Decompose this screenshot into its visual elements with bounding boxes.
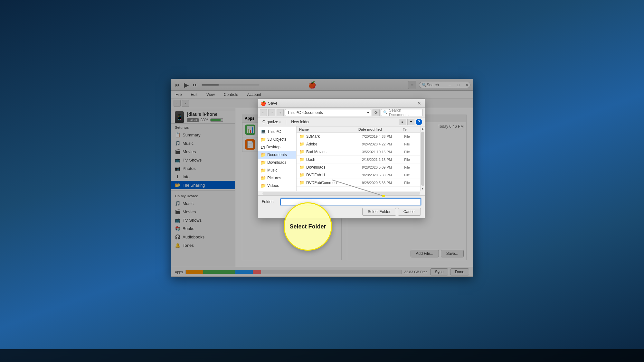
- dialog-back-button[interactable]: ←: [260, 109, 267, 116]
- scroll-up-arrow[interactable]: ▲: [421, 126, 425, 131]
- dash-name: Dash: [306, 157, 360, 162]
- 3dmark-type: File: [404, 135, 418, 138]
- adobe-name: Adobe: [306, 142, 360, 146]
- file-list-header: Name Date modified Ty: [297, 126, 420, 133]
- downloads-label: Downloads: [267, 160, 286, 165]
- file-item-dvdfab11[interactable]: 📁 DVDFab11 9/28/2020 5:33 PM File: [297, 171, 420, 179]
- dvdfabcommon-name: DVDFabCommon: [306, 181, 360, 185]
- dialog-title-bar: 🍎 Save ✕: [258, 99, 425, 108]
- view-buttons: ≡ ▾ ?: [399, 119, 422, 125]
- organize-dropdown-icon: ▾: [279, 120, 281, 124]
- folder-label: Folder:: [262, 200, 278, 204]
- dialog-refresh-button[interactable]: ⟳: [373, 109, 380, 116]
- cancel-button[interactable]: Cancel: [398, 208, 421, 216]
- file-item-adobe[interactable]: 📁 Adobe 9/24/2020 4:22 PM File: [297, 140, 420, 148]
- dvdfab11-icon: 📁: [299, 172, 304, 177]
- dialog-buttons: Select Folder Cancel: [262, 208, 421, 216]
- dialog-file-list: Name Date modified Ty 📁 3DMark 7/20/2019…: [297, 126, 420, 191]
- col-date-header: Date modified: [358, 127, 403, 131]
- breadcrumb-path: This PC › Documents ▾: [285, 109, 371, 116]
- breadcrumb-dropdown[interactable]: ▾: [367, 110, 369, 115]
- downloads-file-date: 9/28/2020 5:09 PM: [362, 165, 402, 169]
- dvdfab11-date: 9/28/2020 5:33 PM: [362, 173, 402, 177]
- dialog-forward-button[interactable]: →: [268, 109, 275, 116]
- file-item-downloads[interactable]: 📁 Downloads 9/28/2020 5:09 PM File: [297, 163, 420, 171]
- music-folder-label: Music: [267, 168, 277, 172]
- 3d-objects-label: 3D Objects: [267, 137, 286, 142]
- col-name-header: Name: [299, 127, 358, 131]
- scroll-down-arrow[interactable]: ▼: [421, 186, 425, 191]
- videos-label: Videos: [267, 183, 279, 188]
- organize-label: Organize: [262, 120, 278, 124]
- file-item-dvdfabcommon[interactable]: 📁 DVDFabCommon 9/28/2020 5:33 PM File: [297, 179, 420, 187]
- file-item-bad-movies[interactable]: 📁 Bad Movies 3/5/2021 10:15 PM File: [297, 148, 420, 156]
- dialog-overlay: 🍎 Save ✕ ← → ↑ This PC › Documents ▾ ⟳ 🔍: [171, 79, 473, 276]
- dvdfabcommon-date: 9/28/2020 5:33 PM: [362, 181, 402, 185]
- downloads-file-type: File: [404, 165, 418, 169]
- dialog-up-button[interactable]: ↑: [277, 109, 284, 116]
- desktop-label: Desktop: [266, 145, 280, 149]
- pictures-label: Pictures: [267, 176, 281, 180]
- organize-button[interactable]: Organize ▾: [260, 119, 283, 125]
- help-button[interactable]: ?: [416, 119, 422, 125]
- folder-input[interactable]: [280, 198, 421, 205]
- scroll-thumb[interactable]: [421, 132, 424, 186]
- dash-icon: 📁: [299, 157, 304, 162]
- bad-movies-date: 3/5/2021 10:15 PM: [362, 150, 402, 154]
- dialog-toolbar: Organize ▾ | New folder ≡ ▾ ?: [258, 117, 425, 126]
- view-options-button[interactable]: ▾: [407, 119, 414, 125]
- select-folder-button[interactable]: Select Folder: [362, 208, 396, 216]
- downloads-file-icon: 📁: [299, 165, 304, 170]
- dash-date: 2/18/2021 1:13 PM: [362, 158, 402, 162]
- dvdfabcommon-icon: 📁: [299, 180, 304, 185]
- breadcrumb-pc: This PC: [287, 110, 301, 115]
- 3dmark-date: 7/20/2019 4:38 PM: [362, 135, 402, 138]
- file-item-3dmark[interactable]: 📁 3DMark 7/20/2019 4:38 PM File: [297, 133, 420, 140]
- dialog-hscroll[interactable]: [258, 191, 425, 195]
- desktop-icon: 🗂: [260, 144, 265, 150]
- 3d-objects-icon: 📁: [260, 137, 266, 142]
- downloads-file-name: Downloads: [306, 165, 360, 170]
- dialog-sidebar-music[interactable]: 📁 Music: [258, 166, 296, 174]
- videos-icon: 📁: [260, 183, 266, 188]
- dialog-sidebar-videos[interactable]: 📁 Videos: [258, 182, 296, 190]
- dialog-sidebar-this-pc[interactable]: 💻 This PC: [258, 128, 296, 135]
- list-view-button[interactable]: ≡: [399, 119, 406, 125]
- music-folder-icon: 📁: [260, 168, 266, 173]
- bad-movies-icon: 📁: [299, 149, 304, 154]
- adobe-icon: 📁: [299, 142, 304, 146]
- new-folder-button[interactable]: New folder: [289, 119, 311, 125]
- dialog-search-placeholder: Search Documents: [389, 108, 421, 117]
- dvdfab11-type: File: [404, 173, 418, 177]
- dialog-close-button[interactable]: ✕: [416, 100, 422, 106]
- dialog-sidebar-downloads[interactable]: 📁 Downloads: [258, 159, 296, 166]
- dvdfabcommon-type: File: [404, 181, 418, 185]
- dialog-sidebar-desktop[interactable]: 🗂 Desktop: [258, 143, 296, 151]
- file-item-dash[interactable]: 📁 Dash 2/18/2021 1:13 PM File: [297, 156, 420, 163]
- breadcrumb-documents: Documents: [303, 110, 323, 115]
- dialog-title: Save: [268, 101, 278, 106]
- documents-label: Documents: [267, 153, 287, 157]
- breadcrumb-sep-1: ›: [302, 111, 303, 114]
- downloads-icon: 📁: [260, 160, 266, 165]
- dialog-search-field[interactable]: 🔍 Search Documents: [381, 109, 423, 116]
- this-pc-icon: 💻: [260, 129, 266, 134]
- col-type-header: Ty: [403, 127, 418, 131]
- dialog-sidebar-pictures[interactable]: 📁 Pictures: [258, 174, 296, 182]
- dvdfab11-name: DVDFab11: [306, 173, 360, 177]
- 3dmark-icon: 📁: [299, 134, 304, 139]
- dialog-sidebar-documents[interactable]: 📁 Documents: [258, 151, 296, 159]
- dialog-footer: Folder: Select Folder Cancel: [258, 195, 425, 218]
- hscroll-inner: [262, 192, 420, 195]
- windows-taskbar: [0, 349, 644, 362]
- save-dialog: 🍎 Save ✕ ← → ↑ This PC › Documents ▾ ⟳ 🔍: [258, 98, 425, 218]
- dialog-sidebar: 💻 This PC 📁 3D Objects 🗂 Desktop 📁 Docum…: [258, 126, 297, 191]
- dialog-scrollbar[interactable]: ▲ ▼: [420, 126, 425, 191]
- 3dmark-name: 3DMark: [306, 134, 360, 139]
- this-pc-label: This PC: [267, 129, 281, 134]
- dialog-body: 💻 This PC 📁 3D Objects 🗂 Desktop 📁 Docum…: [258, 126, 425, 191]
- bad-movies-name: Bad Movies: [306, 150, 360, 154]
- documents-icon: 📁: [260, 152, 266, 157]
- dash-type: File: [404, 158, 418, 162]
- dialog-sidebar-3d-objects[interactable]: 📁 3D Objects: [258, 135, 296, 143]
